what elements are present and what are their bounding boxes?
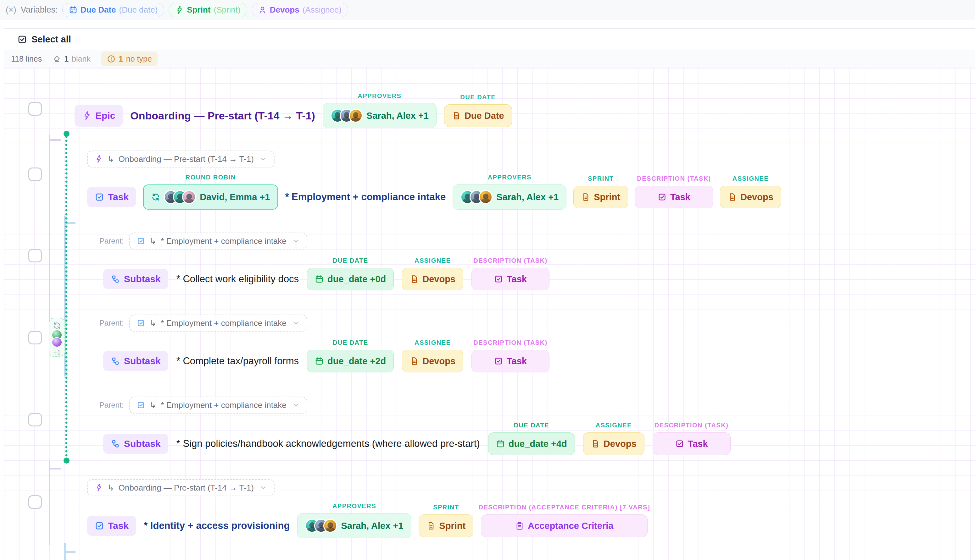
row-checkbox[interactable] xyxy=(28,167,42,181)
no-type-badge[interactable]: 1 no type xyxy=(101,52,157,66)
parent-ref-chip[interactable]: ↳ * Employment + compliance intake xyxy=(129,233,307,250)
variable-chip-devops[interactable]: Devops (Assignee) xyxy=(252,3,348,17)
chevron-down-icon xyxy=(259,155,267,163)
field-label: ASSIGNEE xyxy=(733,175,769,182)
description-chip[interactable]: Task xyxy=(472,350,549,372)
parent-ref-chip[interactable]: ↳ * Employment + compliance intake xyxy=(129,397,307,413)
variable-type: (Sprint) xyxy=(214,5,240,15)
field-sprint: SPRINT Sprint xyxy=(419,515,473,537)
due-date-chip[interactable]: due_date +0d xyxy=(307,268,394,290)
parent-ref-chip[interactable]: ↳ Onboarding — Pre-start (T-14 → T-1) xyxy=(87,479,274,496)
stats-row: 118 lines 1 blank 1 no type xyxy=(4,50,975,68)
variable-type: (Assignee) xyxy=(303,5,341,15)
checkbox-check-icon xyxy=(137,237,145,245)
calendar-icon xyxy=(315,275,324,283)
parent-ref-chip[interactable]: ↳ Onboarding — Pre-start (T-14 → T-1) xyxy=(87,150,274,167)
checkbox-check-icon xyxy=(494,275,503,283)
variable-type: (Due date) xyxy=(119,5,158,15)
field-label: ASSIGNEE xyxy=(596,422,632,429)
assignee-chip[interactable]: Devops xyxy=(402,268,463,290)
subtask-icon xyxy=(111,274,120,284)
checkbox-check-icon xyxy=(658,193,666,202)
approvers-chip[interactable]: Sarah, Alex +1 xyxy=(453,185,567,210)
field-label: DUE DATE xyxy=(460,93,496,101)
scope-start-dot xyxy=(64,131,70,137)
select-all-label[interactable]: Select all xyxy=(32,34,71,45)
description-chip[interactable]: Task xyxy=(652,432,731,455)
branch-arrow-icon: ↳ xyxy=(149,236,156,246)
parent-label: Parent: xyxy=(99,401,124,410)
document-icon xyxy=(410,357,419,365)
checkbox-check-icon xyxy=(95,521,104,530)
due-date-chip[interactable]: due_date +2d xyxy=(307,350,394,372)
branch-arrow-icon: ↳ xyxy=(107,483,114,492)
sprint-chip[interactable]: Sprint xyxy=(419,515,473,537)
task-badge: Task xyxy=(87,516,136,536)
parent-ref-chip[interactable]: ↳ * Employment + compliance intake xyxy=(129,315,307,332)
subtask-title: * Complete tax/payroll forms xyxy=(176,355,299,367)
variable-name: Devops xyxy=(270,5,299,15)
field-approvers: APPROVERS Sarah, Alex +1 xyxy=(453,185,567,210)
row-checkbox[interactable] xyxy=(28,413,42,427)
description-chip[interactable]: Task xyxy=(472,268,549,290)
due-date-chip[interactable]: due_date +4d xyxy=(488,432,575,455)
blank-count: 1 blank xyxy=(52,54,90,63)
field-due-date: DUE DATE Due Date xyxy=(444,104,512,127)
field-description: DESCRIPTION (TASK) Task xyxy=(635,186,713,208)
tree-connector-purple xyxy=(49,461,50,545)
document-icon xyxy=(426,522,435,530)
variables-label: Variables: xyxy=(21,5,58,15)
field-label: ASSIGNEE xyxy=(415,339,451,346)
description-chip[interactable]: Task xyxy=(635,186,713,208)
field-label: SPRINT xyxy=(588,175,614,182)
checkbox-check-icon xyxy=(494,357,503,365)
sprint-chip[interactable]: Sprint xyxy=(574,186,628,208)
field-assignee: ASSIGNEE Devops xyxy=(402,268,463,290)
row-parent-ref: Parent: ↳ * Employment + compliance inta… xyxy=(99,314,307,332)
assignee-chip[interactable]: Devops xyxy=(583,432,644,455)
row-checkbox[interactable] xyxy=(28,495,42,509)
field-label: ROUND ROBIN xyxy=(186,174,236,181)
field-description: DESCRIPTION (TASK) Task xyxy=(472,268,549,290)
acceptance-criteria-chip[interactable]: Acceptance Criteria xyxy=(481,515,647,537)
row-task-employment: Task ROUND ROBIN David, Emma +1 * Employ… xyxy=(87,184,781,210)
round-robin-chip[interactable]: David, Emma +1 xyxy=(143,185,278,210)
row-checkbox[interactable] xyxy=(28,249,42,262)
row-parent-ref: Parent: ↳ * Employment + compliance inta… xyxy=(99,232,307,250)
subtask-icon xyxy=(111,439,120,448)
parent-label: Parent: xyxy=(99,237,124,245)
variable-chip-due-date[interactable]: Due Date (Due date) xyxy=(62,3,164,17)
approvers-chip[interactable]: Sarah, Alex +1 xyxy=(297,513,411,538)
avatar xyxy=(52,337,62,348)
field-label: DUE DATE xyxy=(333,257,368,264)
due-date-chip[interactable]: Due Date xyxy=(444,104,512,127)
row-subtask-tax: Subtask * Complete tax/payroll forms DUE… xyxy=(103,348,549,374)
field-label: DUE DATE xyxy=(333,339,368,346)
row-checkbox[interactable] xyxy=(28,102,42,116)
row-parent-ref: ↳ Onboarding — Pre-start (T-14 → T-1) xyxy=(87,150,274,168)
assignee-chip[interactable]: Devops xyxy=(720,186,781,208)
field-label: APPROVERS xyxy=(358,92,401,100)
chevron-down-icon xyxy=(259,484,267,492)
bolt-icon xyxy=(175,6,184,14)
calendar-icon xyxy=(315,357,324,365)
parent-label: Parent: xyxy=(99,318,124,327)
bolt-icon xyxy=(95,483,103,492)
assignee-chip[interactable]: Devops xyxy=(402,350,463,372)
variable-chip-sprint[interactable]: Sprint (Sprint) xyxy=(169,3,247,17)
checkbox-check-icon[interactable] xyxy=(17,35,27,44)
chevron-down-icon xyxy=(292,401,300,409)
field-sprint: SPRINT Sprint xyxy=(574,186,628,208)
row-checkbox[interactable] xyxy=(28,331,42,344)
field-round-robin: ROUND ROBIN David, Emma +1 xyxy=(143,185,278,210)
document-icon xyxy=(452,111,461,120)
avatar-stack xyxy=(460,190,493,204)
avatar xyxy=(182,190,196,204)
select-all-row: Select all xyxy=(4,28,975,50)
approvers-chip[interactable]: Sarah, Alex +1 xyxy=(323,103,436,128)
variable-name: Sprint xyxy=(187,5,211,15)
clipboard-icon xyxy=(515,522,524,530)
field-approvers: APPROVERS Sarah, Alex +1 xyxy=(297,513,411,538)
round-robin-rail-cluster[interactable]: +1 xyxy=(49,318,65,357)
tree-tick-purple xyxy=(49,468,61,470)
